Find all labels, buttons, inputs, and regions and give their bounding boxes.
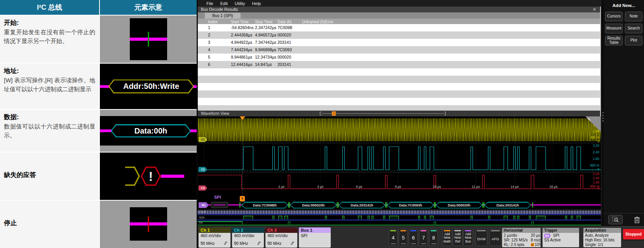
delete-button[interactable] xyxy=(630,215,644,224)
add-new-math-button[interactable]: Add New Math xyxy=(442,229,452,246)
tab-bus1-spi[interactable]: Bus 1 (SPI) xyxy=(205,13,241,19)
decode-frame-4[interactable]: Data:7C0093h xyxy=(387,202,434,208)
stop-marker-icon xyxy=(148,217,149,232)
decode-frame-1[interactable]: Data:7C009Bh xyxy=(241,202,288,208)
horizontal-col1: 2 µs/divSR: 125 MS/sRL: 2.5 kpts xyxy=(504,233,528,247)
sda-pulse xyxy=(284,216,288,219)
channel-7-button[interactable]: 7 xyxy=(419,229,428,246)
sda-pulse xyxy=(418,216,420,219)
trigger-top-marker-icon[interactable] xyxy=(240,116,245,120)
scale-label-c2: 3.20 xyxy=(593,144,599,147)
table-row[interactable] xyxy=(198,68,600,76)
trigger-panel[interactable]: Trigger B1 SPI SS Active xyxy=(543,228,579,247)
decode-frame-2[interactable]: Data:000020h xyxy=(290,202,337,208)
table-row[interactable]: 1-54.82604ns2.347242µs7C009B xyxy=(198,24,600,31)
channel-5-button[interactable]: 5 xyxy=(399,229,408,246)
acquisition-lines: Auto, AnalyzeHigh Res: 16 bitsSingle: 1/… xyxy=(583,233,621,247)
horizontal-panel[interactable]: Horizontal 2 µs/divSR: 125 MS/sRL: 2.5 k… xyxy=(502,228,541,247)
digital-channel-label: SDA xyxy=(199,216,204,219)
trigger-flag[interactable]: T xyxy=(240,196,245,201)
close-icon[interactable]: ✕ xyxy=(593,7,596,12)
panel-resize-grip[interactable] xyxy=(602,111,604,125)
results-window-titlebar[interactable]: Bus Decode Results ✕ xyxy=(198,7,600,12)
table-cell: 000020 xyxy=(277,55,291,59)
decode-frame-label: Data:203141h xyxy=(496,203,519,207)
table-row[interactable] xyxy=(198,83,600,90)
doc-row-body: 数据值可以以十六进制或二进制显示。 xyxy=(4,122,95,140)
column-header[interactable]: Start Time xyxy=(231,20,249,24)
add-new-note-button[interactable]: Note xyxy=(625,12,642,21)
horizontal-value: 20 µs xyxy=(531,233,541,238)
bus-type-label: SPI xyxy=(214,195,221,199)
table-row[interactable] xyxy=(198,105,600,111)
column-header[interactable]: Stop Time xyxy=(255,20,272,24)
add-new-search-button[interactable]: Search xyxy=(625,24,642,33)
waveform-canvas[interactable]: C1 C2 C3 B1 SPI T Data:7C009BhData:00002… xyxy=(198,116,601,226)
data-frame-label: Data:00h xyxy=(112,125,190,137)
trigger-position-slider-marker[interactable] xyxy=(332,111,336,116)
waveform-view-titlebar[interactable]: Waveform View xyxy=(198,111,600,116)
column-header[interactable]: Data (h) xyxy=(277,20,291,24)
add-new-cursors-button[interactable]: Cursors xyxy=(605,12,623,21)
decode-frame-6[interactable]: Data:203141h xyxy=(484,202,531,208)
table-row[interactable] xyxy=(198,90,600,98)
sda-pulse xyxy=(368,216,370,219)
waveform-view-title: Waveform View xyxy=(201,111,229,116)
table-cell: 4.944922µs xyxy=(231,40,252,45)
menu-file[interactable]: File xyxy=(206,1,213,6)
afg-button[interactable]: AFG xyxy=(489,229,501,246)
address-frame-box: Addr:50h:Write xyxy=(108,80,194,94)
scale-label-c3: 0 xyxy=(597,187,599,190)
table-row[interactable]: 34.944922µs7.347442µs203141 xyxy=(198,39,600,46)
decode-frame-5[interactable]: Data:000020h xyxy=(436,202,482,208)
menu-edit[interactable]: Edit xyxy=(220,1,228,6)
menu-utility[interactable]: Utility xyxy=(235,1,245,6)
scale-label-c3: 2.40 xyxy=(593,177,599,180)
horizontal-value: SR: 125 MS/s xyxy=(504,238,528,243)
zoom-mode-button[interactable] xyxy=(608,215,623,224)
slider-right-bracket[interactable] xyxy=(444,112,446,115)
address-illustration: Addr:50h:Write xyxy=(100,64,197,109)
channel-name: Bus 1 xyxy=(299,227,331,233)
channel-6-button[interactable]: 6 xyxy=(409,229,418,246)
table-row[interactable]: 612.44416µs14.847µs203141 xyxy=(198,61,600,68)
column-header[interactable]: Error xyxy=(325,20,333,24)
add-new-ref-button[interactable]: Add New Ref xyxy=(453,229,462,246)
stopped-button[interactable]: Stopped xyxy=(623,229,644,239)
time-axis-label: 2 µs xyxy=(274,185,289,189)
menu-help[interactable]: Help xyxy=(252,1,261,6)
table-row[interactable]: 59.944861µs12.34734µs000020 xyxy=(198,54,600,61)
results-header-row: IndexStart TimeStop TimeData (h)Unframed… xyxy=(198,19,600,24)
add-new-plot-button[interactable]: Plot xyxy=(625,36,642,45)
acquisition-panel[interactable]: Acquisition Auto, AnalyzeHigh Res: 16 bi… xyxy=(583,228,621,247)
bus-preview-handle[interactable] xyxy=(211,202,228,208)
table-row[interactable]: 22.444358µs4.846572µs000020 xyxy=(198,31,600,39)
table-row[interactable] xyxy=(198,76,600,83)
horizontal-value: 2 µs/div xyxy=(504,233,528,238)
channel-4-button[interactable]: 4 xyxy=(389,229,398,246)
pan-zoom-slider-track[interactable] xyxy=(321,113,444,114)
channel-name: Ch 1 xyxy=(199,227,230,233)
sda-pulse xyxy=(571,216,573,219)
column-header[interactable]: Unframed (h) xyxy=(302,20,325,24)
channel-badge-bus1[interactable]: Bus 1SPI xyxy=(299,227,331,248)
time-axis-label: 10 µs xyxy=(429,185,444,189)
table-cell: 9.846898µs xyxy=(255,47,276,52)
decode-frame-3[interactable]: Data:203141h xyxy=(339,202,385,208)
slider-left-bracket[interactable] xyxy=(320,112,321,115)
start-marker-icon xyxy=(148,32,149,47)
table-row[interactable] xyxy=(198,98,600,105)
table-cell: 4.846572µs xyxy=(255,33,276,37)
channel-badge-ch3[interactable]: Ch 3460 mV/div50 MHz xyxy=(265,227,297,248)
dvm-button[interactable]: DVM xyxy=(475,229,487,246)
table-row[interactable]: 47.444234µs9.846898µs7C0093 xyxy=(198,46,600,54)
channel-8-button[interactable]: 8 xyxy=(429,229,438,246)
channel-badge-ch1[interactable]: Ch 1460 mV/div50 MHz xyxy=(199,227,230,248)
channel-badge-ch2[interactable]: Ch 2460 mV/div50 MHz xyxy=(232,227,264,248)
add-new-measure-button[interactable]: Measure xyxy=(605,24,623,33)
column-header[interactable]: Index xyxy=(208,20,217,24)
add-new-bus-button[interactable]: Add New Bus xyxy=(463,229,473,246)
add-new-results-table-button[interactable]: Results Table xyxy=(605,36,623,45)
coupling-icon xyxy=(267,238,295,241)
bandwidth-limit-icon xyxy=(257,241,261,246)
